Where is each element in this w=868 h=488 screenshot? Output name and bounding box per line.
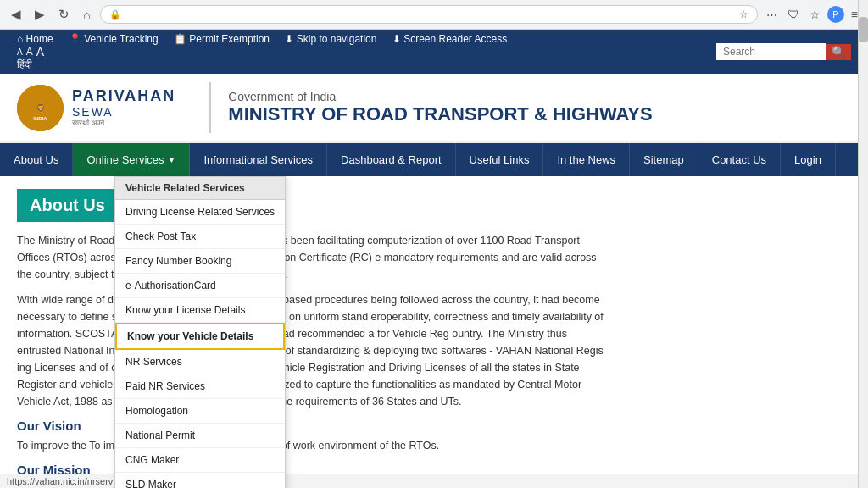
logo-parivahan: PARIVAHAN: [72, 87, 175, 105]
logo-sewa: SEWA: [72, 105, 175, 119]
hindi-link[interactable]: हिंदी: [17, 58, 32, 70]
back-button[interactable]: ◀: [7, 5, 25, 24]
dd-item-homologation[interactable]: Homologation: [115, 399, 285, 424]
dd-item-sld-maker[interactable]: SLD Maker: [115, 473, 285, 488]
refresh-button[interactable]: ↻: [54, 5, 74, 24]
nav-item-contact-us[interactable]: Contact Us: [698, 143, 781, 176]
dd-item-fancy-number[interactable]: Fancy Number Booking: [115, 249, 285, 274]
screen-reader-link[interactable]: ⬇ Screen Reader Access: [392, 33, 507, 45]
skip-to-navigation-link[interactable]: ⬇ Skip to navigation: [285, 33, 376, 45]
search-button[interactable]: 🔍: [826, 44, 851, 60]
nav-item-sitemap[interactable]: Sitemap: [630, 143, 698, 176]
svg-text:🦁: 🦁: [36, 103, 45, 112]
scrollbar[interactable]: [858, 0, 868, 488]
browser-chrome: ◀ ▶ ↻ ⌂ 🔒 https://parivahan.gov.in/pariv…: [0, 0, 868, 30]
dd-item-nr-services[interactable]: NR Services: [115, 350, 285, 374]
dropdown-arrow-icon: ▼: [168, 155, 176, 164]
dd-item-know-license[interactable]: Know your License Details: [115, 298, 285, 323]
home-button[interactable]: ⌂: [79, 6, 95, 24]
content-para2: With wide range of documents needs to be…: [17, 291, 605, 410]
scrollbar-thumb[interactable]: [859, 17, 868, 42]
online-services-dropdown: Vehicle Related Services Driving License…: [114, 176, 286, 488]
bookmark-icon[interactable]: ☆: [739, 8, 748, 20]
our-vision-text: To improve the To improve the he citizen…: [17, 437, 605, 454]
font-a-medium-icon[interactable]: A: [26, 46, 33, 58]
ministry-label: MINISTRY OF ROAD TRANSPORT & HIGHWAYS: [228, 103, 652, 125]
gov-label: Government of India: [228, 90, 652, 103]
dd-item-check-post-tax[interactable]: Check Post Tax: [115, 225, 285, 249]
nav-item-online-services[interactable]: Online Services ▼: [73, 143, 190, 176]
logo-emblem: 🦁 INDIA: [17, 85, 64, 131]
about-us-header: About Us: [17, 189, 118, 222]
svg-text:INDIA: INDIA: [33, 116, 47, 121]
logo-sub: सारथी अपने: [72, 119, 175, 128]
font-a-large-icon[interactable]: A: [36, 45, 44, 58]
logo-text: PARIVAHAN SEWA सारथी अपने: [72, 87, 175, 128]
dd-item-national-permit[interactable]: National Permit: [115, 424, 285, 448]
extensions-icon[interactable]: ⋯: [763, 7, 781, 23]
dd-section-vehicle: Vehicle Related Services: [115, 177, 285, 200]
nav-item-dashboard-report[interactable]: Dashboard & Report: [327, 143, 456, 176]
dd-item-cng-maker[interactable]: CNG Maker: [115, 448, 285, 473]
vehicle-tracking-link[interactable]: 📍 Vehicle Tracking: [69, 33, 159, 45]
ministry-text: Government of India MINISTRY OF ROAD TRA…: [228, 90, 652, 125]
header-divider: [209, 82, 211, 133]
font-a-icon[interactable]: A: [17, 47, 23, 57]
content-para1: The Ministry of Road Transport & Highway…: [17, 232, 605, 283]
nav-item-about-us[interactable]: About Us: [0, 143, 73, 176]
forward-button[interactable]: ▶: [31, 5, 49, 24]
address-bar[interactable]: 🔒 https://parivahan.gov.in/parivahan//en…: [100, 5, 758, 24]
star-icon[interactable]: ☆: [806, 6, 824, 23]
dd-item-know-vehicle[interactable]: Know your Vehicle Details: [115, 323, 285, 350]
main-nav: About Us Online Services ▼ Informational…: [0, 143, 868, 176]
permit-exemption-link[interactable]: 📋 Permit Exemption: [174, 33, 270, 45]
top-bar-links: ⌂ Home 📍 Vehicle Tracking 📋 Permit Exemp…: [17, 33, 520, 70]
browser-toolbar: ◀ ▶ ↻ ⌂ 🔒 https://parivahan.gov.in/pariv…: [0, 0, 868, 29]
search-input[interactable]: [716, 43, 826, 60]
site-logo: 🦁 INDIA PARIVAHAN SEWA सारथी अपने: [17, 85, 175, 131]
dd-item-paid-nr[interactable]: Paid NR Services: [115, 374, 285, 399]
browser-menu-icons: ⋯ 🛡 ☆ P ≡: [763, 6, 861, 23]
site-header: 🦁 INDIA PARIVAHAN SEWA सारथी अपने Govern…: [0, 74, 868, 143]
lock-icon: 🔒: [109, 9, 121, 20]
font-controls: A A A: [17, 45, 520, 58]
nav-item-login[interactable]: Login: [781, 143, 836, 176]
profile-icon[interactable]: P: [827, 6, 844, 23]
dd-item-e-authorisation[interactable]: e-AuthorisationCard: [115, 274, 285, 298]
home-link[interactable]: ⌂ Home: [17, 33, 53, 45]
nav-item-informational-services[interactable]: Informational Services: [190, 143, 327, 176]
nav-item-in-the-news[interactable]: In the News: [543, 143, 630, 176]
url-input[interactable]: https://parivahan.gov.in/parivahan//en/c…: [126, 8, 734, 20]
dd-item-driving-license[interactable]: Driving License Related Services: [115, 200, 285, 225]
site-top-bar: ⌂ Home 📍 Vehicle Tracking 📋 Permit Exemp…: [0, 30, 868, 74]
our-vision-title: Our Vision: [17, 419, 605, 433]
nav-item-useful-links[interactable]: Useful Links: [456, 143, 544, 176]
search-bar: 🔍: [716, 43, 851, 60]
shield-icon[interactable]: 🛡: [784, 6, 803, 23]
